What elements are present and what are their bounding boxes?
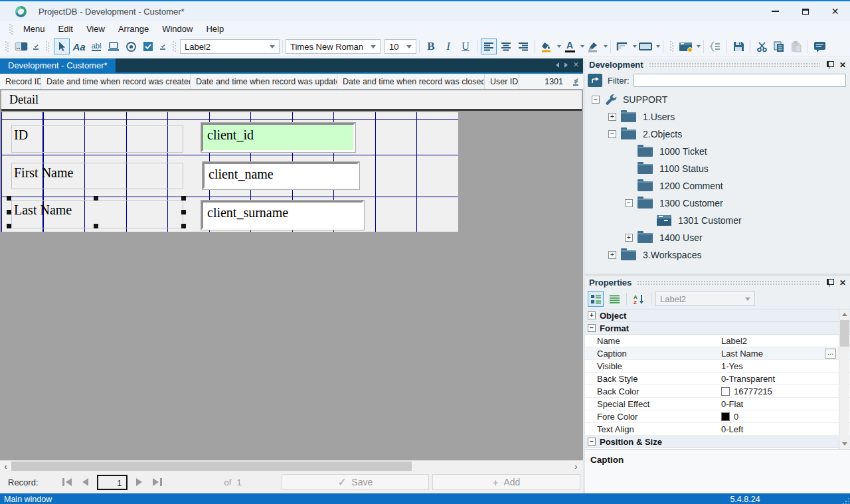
tab-development-customer[interactable]: Development - Customer* bbox=[0, 58, 116, 72]
next-record-button[interactable] bbox=[134, 477, 145, 487]
fields-overflow-button[interactable] bbox=[568, 74, 583, 89]
cut-button[interactable] bbox=[754, 39, 770, 54]
toolbar-grip[interactable] bbox=[46, 41, 49, 52]
border-sides-dropdown[interactable] bbox=[633, 45, 637, 48]
tree-node-1000-ticket[interactable]: 1000 Ticket bbox=[585, 143, 850, 160]
property-row-name[interactable]: Name Label2 bbox=[585, 335, 850, 347]
highlight-color-dropdown[interactable] bbox=[604, 45, 608, 48]
bold-button[interactable]: B bbox=[423, 39, 439, 54]
tree-node-1100-status[interactable]: 1100 Status bbox=[585, 160, 850, 177]
outline-button[interactable] bbox=[707, 39, 723, 54]
panel-close-icon[interactable]: ✕ bbox=[839, 279, 846, 287]
form-grid-surface[interactable]: ID First Name Last Name client_id client… bbox=[1, 112, 458, 232]
copy-button[interactable] bbox=[771, 39, 787, 54]
resize-grip[interactable] bbox=[842, 497, 849, 504]
menu-item-arrange[interactable]: Arrange bbox=[112, 23, 155, 35]
minimize-button[interactable] bbox=[760, 1, 790, 21]
property-row-back-style[interactable]: Back Style 0-Transparent bbox=[585, 373, 850, 385]
pin-icon[interactable] bbox=[825, 61, 833, 69]
pin-icon[interactable] bbox=[825, 279, 833, 287]
collapse-box[interactable]: − bbox=[592, 96, 600, 104]
toolbar-overflow-button[interactable] bbox=[33, 44, 39, 50]
scroll-down-button[interactable] bbox=[839, 439, 850, 449]
property-row-caption[interactable]: Caption Last Name bbox=[585, 347, 850, 360]
scrollbar-thumb[interactable] bbox=[11, 462, 412, 471]
textbox-tool-button[interactable]: abl bbox=[88, 39, 104, 54]
menubar-grip[interactable] bbox=[9, 24, 13, 35]
field-header-user-id[interactable]: User ID bbox=[485, 74, 519, 89]
filter-input[interactable] bbox=[634, 74, 847, 87]
toolbar-grip[interactable] bbox=[5, 41, 9, 52]
property-row-special-effect[interactable]: Special Effect 0-Flat bbox=[585, 398, 850, 410]
align-center-button[interactable] bbox=[498, 39, 514, 54]
font-combo[interactable]: Times New Roman bbox=[286, 39, 381, 54]
notes-button[interactable] bbox=[811, 39, 827, 54]
expand-box[interactable]: + bbox=[588, 311, 596, 319]
expand-box[interactable]: + bbox=[625, 234, 633, 242]
pointer-tool-button[interactable] bbox=[54, 39, 70, 54]
fill-color-dropdown[interactable] bbox=[557, 45, 561, 48]
fill-color-button[interactable] bbox=[539, 39, 554, 54]
border-sides-button[interactable] bbox=[614, 39, 630, 54]
toolbar-grip[interactable] bbox=[670, 41, 673, 52]
underline-button[interactable]: U bbox=[458, 39, 473, 54]
caption-ellipsis-button[interactable]: ... bbox=[825, 349, 836, 359]
align-left-button[interactable] bbox=[481, 39, 497, 54]
selection-handle[interactable] bbox=[181, 224, 186, 228]
menu-item-help[interactable]: Help bbox=[199, 23, 230, 35]
scroll-right-button[interactable]: › bbox=[570, 461, 582, 471]
button-tool-button[interactable] bbox=[106, 39, 122, 54]
section-position-size[interactable]: − Position & Size bbox=[585, 436, 850, 448]
categorized-view-button[interactable] bbox=[588, 291, 604, 307]
tab-scroll-right-icon[interactable] bbox=[564, 62, 568, 68]
maximize-button[interactable] bbox=[790, 1, 820, 21]
menu-item-view[interactable]: View bbox=[80, 23, 112, 35]
menu-item-menu[interactable]: Menu bbox=[17, 23, 52, 35]
border-style-button[interactable] bbox=[638, 39, 653, 54]
detail-band-header[interactable]: Detail bbox=[1, 90, 582, 111]
italic-button[interactable]: I bbox=[440, 39, 456, 54]
textbox-client-name[interactable]: client_name bbox=[203, 162, 359, 189]
form-settings-button[interactable] bbox=[678, 39, 694, 54]
border-style-dropdown[interactable] bbox=[656, 45, 660, 48]
record-number-input[interactable] bbox=[97, 475, 128, 490]
object-selector-combo[interactable]: Label2 bbox=[655, 292, 755, 306]
textbox-client-id[interactable]: client_id bbox=[201, 123, 355, 152]
add-record-button[interactable]: + Add bbox=[432, 474, 580, 490]
collapse-box[interactable]: − bbox=[588, 324, 596, 332]
collapse-box[interactable]: − bbox=[608, 130, 616, 138]
scroll-up-button[interactable] bbox=[839, 309, 850, 319]
toolbar-overflow-button[interactable] bbox=[160, 44, 165, 50]
selection-handle[interactable] bbox=[181, 210, 186, 214]
horizontal-scrollbar[interactable]: ‹ › bbox=[0, 460, 583, 471]
menu-item-edit[interactable]: Edit bbox=[52, 23, 80, 35]
scrollbar-thumb[interactable] bbox=[840, 320, 849, 347]
align-right-button[interactable] bbox=[515, 39, 531, 54]
selection-handle[interactable] bbox=[94, 224, 98, 228]
selection-handle[interactable] bbox=[181, 196, 186, 201]
field-header-updated[interactable]: Date and time when record was updated bbox=[191, 74, 337, 89]
selection-handle[interactable] bbox=[94, 196, 98, 201]
sort-az-button[interactable]: A Z bbox=[631, 291, 647, 307]
font-size-combo[interactable]: 10 bbox=[384, 39, 416, 54]
property-row-text-align[interactable]: Text Align 0-Left bbox=[585, 423, 850, 436]
label-id[interactable]: ID bbox=[11, 125, 183, 153]
last-record-button[interactable] bbox=[150, 477, 163, 487]
field-value-record[interactable]: 1301 bbox=[519, 74, 568, 89]
save-record-button[interactable]: ✓ Save bbox=[282, 474, 429, 490]
tab-close-icon[interactable]: ✕ bbox=[573, 61, 579, 68]
textbox-client-surname[interactable]: client_surname bbox=[201, 201, 364, 230]
label-tool-button[interactable]: Aa bbox=[71, 39, 87, 54]
paste-button[interactable] bbox=[788, 39, 804, 54]
scroll-left-button[interactable]: ‹ bbox=[0, 461, 11, 471]
highlight-color-button[interactable] bbox=[585, 39, 601, 54]
font-color-button[interactable]: A bbox=[562, 39, 578, 54]
design-canvas[interactable]: Detail ID First Name Last Name client_id… bbox=[0, 90, 583, 460]
panel-close-icon[interactable]: ✕ bbox=[839, 61, 846, 69]
goto-object-button[interactable] bbox=[588, 74, 602, 87]
collapse-box[interactable]: − bbox=[625, 199, 633, 207]
tab-scroll-left-icon[interactable] bbox=[556, 62, 559, 68]
section-object[interactable]: + Object bbox=[585, 309, 850, 322]
first-record-button[interactable] bbox=[61, 477, 74, 487]
close-button[interactable]: ✕ bbox=[820, 1, 850, 21]
